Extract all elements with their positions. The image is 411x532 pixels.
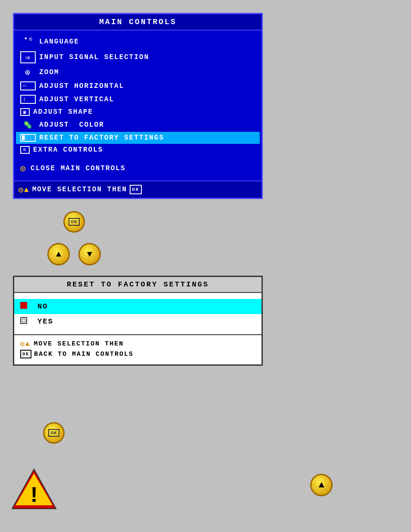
factory-nav-icons: ◎▲ <box>20 339 30 348</box>
no-label: NO <box>37 302 48 311</box>
factory-option-yes[interactable]: YES <box>14 314 262 329</box>
factory-bottom-line2: OK BACK TO MAIN CONTROLS <box>20 350 255 358</box>
menu-item-zoom[interactable]: ⊙ ZOOM <box>16 65 260 79</box>
up-arrow-icon: ▲ <box>56 249 61 259</box>
close-icon: ◎ <box>20 163 26 174</box>
nav-buttons-row: ▲ ▼ <box>47 243 101 265</box>
factory-bottom-bar: ◎▲ MOVE SELECTION THEN OK BACK TO MAIN C… <box>14 334 262 364</box>
warning-triangle: ! <box>10 467 58 510</box>
input-signal-icon: ⇒ <box>20 51 36 63</box>
adjust-horizontal-label: ADJUST HORIZONTAL <box>39 82 124 90</box>
vertical-icon: ↕ <box>20 95 36 104</box>
zoom-label: ZOOM <box>39 68 59 76</box>
top-ok-button[interactable]: OK <box>63 211 85 233</box>
adjust-color-label: ADJUST COLOR <box>39 121 104 129</box>
factory-ok-box: OK <box>20 350 31 358</box>
shape-icon: ▣ <box>20 108 30 116</box>
main-controls-bottom-bar: ◎▲ MOVE SELECTION THEN OK <box>14 180 262 198</box>
bottom-nav-icon: ◎▲ <box>19 185 30 194</box>
factory-reset-panel: RESET TO FACTORY SETTINGS NO YES ◎▲ MOVE… <box>13 276 263 366</box>
warning-svg: ! <box>10 467 58 510</box>
menu-divider <box>16 156 260 159</box>
extra-controls-icon: ≡ <box>20 146 30 154</box>
menu-item-adjust-horizontal[interactable]: ↔ ADJUST HORIZONTAL <box>16 79 260 93</box>
red-square-icon <box>20 302 27 309</box>
warning-exclamation: ! <box>27 483 40 509</box>
factory-panel-title: RESET TO FACTORY SETTINGS <box>14 277 262 293</box>
factory-option-no[interactable]: NO <box>14 299 262 314</box>
yes-label: YES <box>37 317 53 326</box>
up-arrow-right-icon: ▲ <box>318 480 324 491</box>
reset-factory-label: RESET TO FACTORY SETTINGS <box>39 134 164 142</box>
up-arrow-button-top[interactable]: ▲ <box>47 243 70 265</box>
zoom-icon: ⊙ <box>20 68 36 77</box>
factory-top-spacer <box>14 293 262 296</box>
input-signal-label: INPUT SIGNAL SELECTION <box>39 53 149 61</box>
no-option-icon <box>20 302 33 311</box>
menu-items-list: ̽© LANGUAGE ⇒ INPUT SIGNAL SELECTION ⊙ Z… <box>14 31 262 180</box>
factory-bottom-line1: ◎▲ MOVE SELECTION THEN <box>20 339 255 348</box>
language-icon: ̽© <box>20 36 36 47</box>
ok-button-label: OK <box>68 218 79 226</box>
white-square-icon <box>20 317 27 324</box>
factory-move-text: MOVE SELECTION THEN <box>34 340 124 348</box>
adjust-shape-label: ADJUST SHAPE <box>33 108 93 116</box>
bottom-ok-button[interactable]: OK <box>43 422 65 444</box>
top-controls-area: OK ▲ ▼ <box>47 211 101 265</box>
warning-triangle-area: ! <box>10 467 58 510</box>
factory-options-list: NO YES <box>14 296 262 332</box>
menu-item-input-signal[interactable]: ⇒ INPUT SIGNAL SELECTION <box>16 49 260 65</box>
yes-option-icon <box>20 317 33 326</box>
menu-item-adjust-vertical[interactable]: ↕ ADJUST VERTICAL <box>16 93 260 106</box>
language-label: LANGUAGE <box>39 38 79 46</box>
main-controls-panel: MAIN CONTROLS ̽© LANGUAGE ⇒ INPUT SIGNAL… <box>13 13 263 199</box>
up-arrow-button-bottom-right[interactable]: ▲ <box>310 474 333 496</box>
menu-item-language[interactable]: ̽© LANGUAGE <box>16 34 260 49</box>
menu-item-adjust-color[interactable]: 🦠 ADJUST COLOR <box>16 118 260 132</box>
bottom-move-text: MOVE SELECTION THEN <box>32 186 127 193</box>
adjust-vertical-label: ADJUST VERTICAL <box>39 96 114 103</box>
menu-item-reset-factory[interactable]: █░░ RESET TO FACTORY SETTINGS <box>16 132 260 144</box>
extra-controls-label: EXTRA CONTROLS <box>33 146 103 154</box>
menu-item-adjust-shape[interactable]: ▣ ADJUST SHAPE <box>16 106 260 118</box>
menu-item-extra-controls[interactable]: ≡ EXTRA CONTROLS <box>16 144 260 156</box>
down-arrow-button-top[interactable]: ▼ <box>78 243 101 265</box>
reset-icon: █░░ <box>20 134 36 142</box>
main-controls-title: MAIN CONTROLS <box>14 14 262 31</box>
color-icon: 🦠 <box>20 120 36 130</box>
bottom-ok-label: OK <box>48 429 59 437</box>
horizontal-icon: ↔ <box>20 81 36 90</box>
factory-back-text: BACK TO MAIN CONTROLS <box>34 351 134 358</box>
close-main-controls-item[interactable]: ◎ CLOSE MAIN CONTROLS <box>16 159 260 177</box>
bottom-ok-box: OK <box>130 185 142 194</box>
down-arrow-icon: ▼ <box>87 249 92 259</box>
close-label: CLOSE MAIN CONTROLS <box>31 165 125 172</box>
